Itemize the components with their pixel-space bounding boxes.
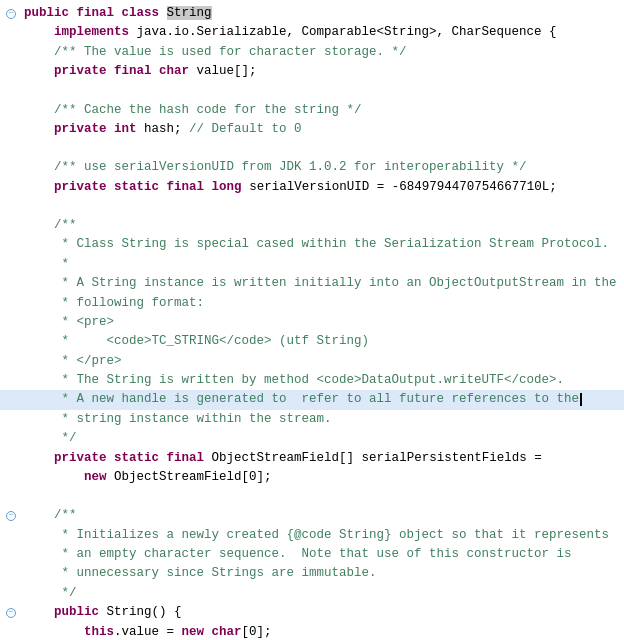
token-kw: private xyxy=(54,64,107,78)
token-id: serialVersionUID = -6849794470754667710L… xyxy=(242,180,557,194)
code-line: −public final class String xyxy=(0,4,624,23)
code-line: private static final ObjectStreamField[]… xyxy=(0,449,624,468)
code-line: private static final long serialVersionU… xyxy=(0,178,624,197)
token-kw: public xyxy=(24,6,69,20)
token-id xyxy=(107,180,115,194)
token-id xyxy=(24,25,54,39)
token-kw: final xyxy=(77,6,115,20)
code-line: /** The value is used for character stor… xyxy=(0,43,624,62)
token-id xyxy=(204,625,212,639)
code-line: * </pre> xyxy=(0,352,624,371)
code-text-15: * A String instance is written initially… xyxy=(22,274,624,293)
code-text-20: * The String is written by method <code>… xyxy=(22,371,624,390)
token-kw: final xyxy=(167,180,205,194)
code-text-28: * Initializes a newly created {@code Str… xyxy=(22,526,624,545)
code-line: private int hash; // Default to 0 xyxy=(0,120,624,139)
code-text-10: private static final long serialVersionU… xyxy=(22,178,624,197)
collapse-icon[interactable]: − xyxy=(6,608,16,618)
token-cm: * following format: xyxy=(24,296,204,310)
code-line xyxy=(0,82,624,101)
code-text-27: /** xyxy=(22,506,624,525)
token-cm: * xyxy=(24,257,69,271)
token-id: [0]; xyxy=(242,625,272,639)
token-kw: private xyxy=(54,122,107,136)
token-id xyxy=(159,6,167,20)
gutter-1[interactable]: − xyxy=(0,9,22,19)
token-kw: private xyxy=(54,180,107,194)
token-id xyxy=(107,451,115,465)
code-text-24: private static final ObjectStreamField[]… xyxy=(22,449,624,468)
token-id xyxy=(24,122,54,136)
code-line: implements java.io.Serializable, Compara… xyxy=(0,23,624,42)
token-cm: /** Cache the hash code for the string *… xyxy=(24,103,362,117)
code-line: this.value = new char[0]; xyxy=(0,623,624,641)
code-text-4: private final char value[]; xyxy=(22,62,624,81)
token-kw: final xyxy=(114,64,152,78)
code-line: * A new handle is generated to refer to … xyxy=(0,390,624,409)
code-line: * string instance within the stream. xyxy=(0,410,624,429)
token-kw: final xyxy=(167,451,205,465)
token-cm: /** use serialVersionUID from JDK 1.0.2 … xyxy=(24,160,527,174)
token-cm: * </pre> xyxy=(24,354,122,368)
gutter-27[interactable]: − xyxy=(0,511,22,521)
code-text-18: * <code>TC_STRING</code> (utf String) xyxy=(22,332,624,351)
token-kw: char xyxy=(159,64,189,78)
token-cm: */ xyxy=(24,431,77,445)
token-id xyxy=(24,470,84,484)
collapse-icon[interactable]: − xyxy=(6,511,16,521)
token-kw: static xyxy=(114,451,159,465)
code-line: */ xyxy=(0,429,624,448)
code-text-12: /** xyxy=(22,216,624,235)
code-line: */ xyxy=(0,584,624,603)
token-kw: private xyxy=(54,451,107,465)
code-text-19: * </pre> xyxy=(22,352,624,371)
token-kw: static xyxy=(114,180,159,194)
code-text-25: new ObjectStreamField[0]; xyxy=(22,468,624,487)
code-line: * an empty character sequence. Note that… xyxy=(0,545,624,564)
token-id xyxy=(159,451,167,465)
token-cm: * A String instance is written initially… xyxy=(24,276,617,290)
token-id xyxy=(159,180,167,194)
token-cm: * A new handle is generated to refer to … xyxy=(24,392,579,406)
token-kw: new xyxy=(84,470,107,484)
code-text-33: this.value = new char[0]; xyxy=(22,623,624,641)
token-id xyxy=(107,122,115,136)
token-id xyxy=(24,625,84,639)
code-line: * <pre> xyxy=(0,313,624,332)
token-cm: * Initializes a newly created {@code Str… xyxy=(24,528,609,542)
code-text-23: */ xyxy=(22,429,624,448)
gutter-32[interactable]: − xyxy=(0,608,22,618)
token-kw: char xyxy=(212,625,242,639)
token-cm: /** xyxy=(24,508,77,522)
token-id xyxy=(69,6,77,20)
token-id: java.io.Serializable, Comparable<String>… xyxy=(129,25,557,39)
code-line: * A String instance is written initially… xyxy=(0,274,624,293)
token-id xyxy=(114,6,122,20)
code-text-13: * Class String is special cased within t… xyxy=(22,235,624,254)
token-kw: new xyxy=(182,625,205,639)
token-kw: class xyxy=(122,6,160,20)
token-cm: * Class String is special cased within t… xyxy=(24,237,609,251)
token-type-hl: String xyxy=(167,6,212,20)
code-text-22: * string instance within the stream. xyxy=(22,410,624,429)
code-line xyxy=(0,139,624,158)
code-text-7: private int hash; // Default to 0 xyxy=(22,120,624,139)
code-text-29: * an empty character sequence. Note that… xyxy=(22,545,624,564)
token-id: value[]; xyxy=(189,64,257,78)
code-line: − /** xyxy=(0,506,624,525)
code-text-9: /** use serialVersionUID from JDK 1.0.2 … xyxy=(22,158,624,177)
code-text-32: public String() { xyxy=(22,603,624,622)
token-cm: /** xyxy=(24,218,77,232)
code-line: /** use serialVersionUID from JDK 1.0.2 … xyxy=(0,158,624,177)
code-text-30: * unnecessary since Strings are immutabl… xyxy=(22,564,624,583)
token-kw: implements xyxy=(54,25,129,39)
code-line: * Class String is special cased within t… xyxy=(0,235,624,254)
code-line: private final char value[]; xyxy=(0,62,624,81)
code-line: /** Cache the hash code for the string *… xyxy=(0,101,624,120)
code-line xyxy=(0,487,624,506)
token-cm: * <code>TC_STRING</code> (utf String) xyxy=(24,334,369,348)
token-cm: * unnecessary since Strings are immutabl… xyxy=(24,566,377,580)
code-line: * Initializes a newly created {@code Str… xyxy=(0,526,624,545)
collapse-icon[interactable]: − xyxy=(6,9,16,19)
token-id xyxy=(24,180,54,194)
